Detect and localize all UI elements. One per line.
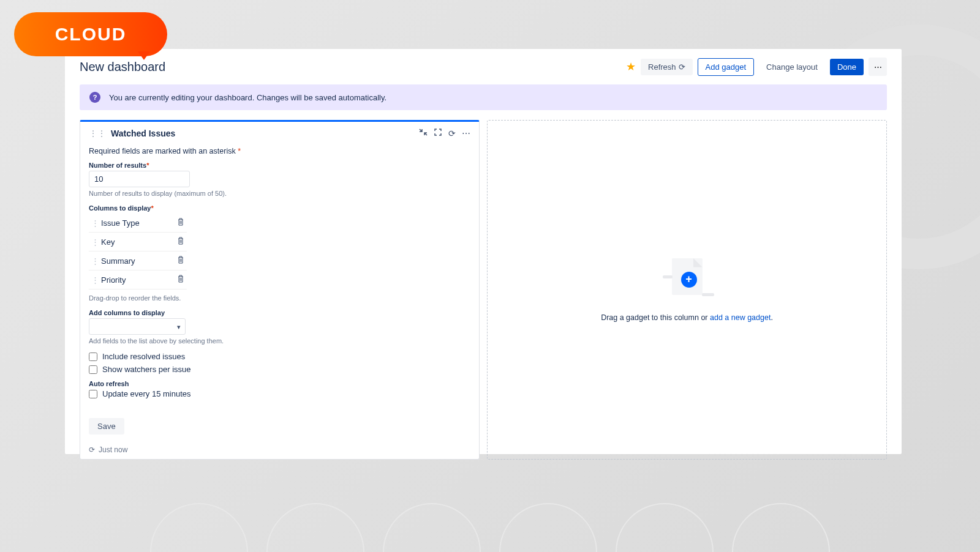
footer-status-text: Just now xyxy=(99,446,127,454)
header-actions: ★ Refresh ⟳ Add gadget Change layout Don… xyxy=(626,58,887,76)
gadget-header: ⋮⋮ Watched Issues ⟳ ⋯ xyxy=(80,122,479,144)
auto-refresh-field: Auto refresh Update every 15 minutes xyxy=(89,380,470,398)
columns-help: Drag-drop to reorder the fields. xyxy=(89,294,470,302)
more-actions-button[interactable]: ⋯ xyxy=(869,58,887,76)
show-watchers-row: Show watchers per issue xyxy=(89,365,470,374)
required-hint: Required fields are marked with an aster… xyxy=(89,147,470,155)
background-circles xyxy=(0,503,980,552)
include-resolved-label[interactable]: Include resolved issues xyxy=(102,352,185,361)
update-every-checkbox[interactable] xyxy=(89,390,97,398)
number-of-results-field: Number of results* Number of results to … xyxy=(89,162,470,197)
dashboard-columns: ⋮⋮ Watched Issues ⟳ ⋯ Required fields a xyxy=(80,120,887,460)
columns-to-display-field: Columns to display* ⋮ Issue Type xyxy=(89,204,470,302)
drag-handle-icon[interactable]: ⋮ xyxy=(91,256,96,266)
trash-icon[interactable] xyxy=(177,218,184,228)
show-watchers-checkbox[interactable] xyxy=(89,365,97,374)
include-resolved-checkbox[interactable] xyxy=(89,352,97,361)
column-name: Key xyxy=(101,237,115,247)
gadget-title: Watched Issues xyxy=(111,129,175,138)
drag-handle-icon[interactable]: ⋮⋮ xyxy=(89,129,106,138)
column-item[interactable]: ⋮ Issue Type xyxy=(89,214,187,233)
more-icon: ⋯ xyxy=(874,62,882,72)
refresh-status-icon: ⟳ xyxy=(89,446,95,454)
gadget-more-icon[interactable]: ⋯ xyxy=(462,129,470,138)
gadget-card-watched-issues: ⋮⋮ Watched Issues ⟳ ⋯ Required fields a xyxy=(80,120,480,460)
column-name: Summary xyxy=(101,256,135,266)
asterisk: * xyxy=(238,147,241,155)
include-resolved-row: Include resolved issues xyxy=(89,352,470,361)
drag-handle-icon[interactable]: ⋮ xyxy=(91,218,96,228)
trash-icon[interactable] xyxy=(177,275,184,285)
refresh-button[interactable]: Refresh ⟳ xyxy=(641,59,693,75)
column-name: Issue Type xyxy=(101,218,140,228)
info-banner: ? You are currently editing your dashboa… xyxy=(80,84,887,110)
add-columns-help: Add fields to the list above by selectin… xyxy=(89,337,470,345)
gadget-footer: ⟳ Just now xyxy=(80,441,479,459)
cloud-badge-label: CLOUD xyxy=(55,24,127,45)
done-button[interactable]: Done xyxy=(830,59,864,75)
drag-handle-icon[interactable]: ⋮ xyxy=(91,237,96,247)
change-layout-button[interactable]: Change layout xyxy=(759,59,825,75)
columns-to-display-label: Columns to display* xyxy=(89,204,470,212)
drag-handle-icon[interactable]: ⋮ xyxy=(91,275,96,285)
auto-refresh-label: Auto refresh xyxy=(89,380,470,387)
dropzone-text: Drag a gadget to this column or add a ne… xyxy=(601,313,773,322)
gadget-dropzone[interactable]: + Drag a gadget to this column or add a … xyxy=(487,120,887,460)
minimize-icon[interactable] xyxy=(419,128,428,138)
add-columns-field: Add columns to display Add fields to the… xyxy=(89,309,470,345)
update-every-label[interactable]: Update every 15 minutes xyxy=(102,389,191,398)
trash-icon[interactable] xyxy=(177,237,184,247)
gadget-actions: ⟳ ⋯ xyxy=(419,128,470,138)
refresh-icon: ⟳ xyxy=(679,62,685,72)
column-item[interactable]: ⋮ Key xyxy=(89,233,187,252)
add-new-gadget-link[interactable]: add a new gadget xyxy=(710,313,771,322)
save-button[interactable]: Save xyxy=(89,418,124,435)
column-name: Priority xyxy=(101,275,126,285)
gadget-body: Required fields are marked with an aster… xyxy=(80,144,479,441)
refresh-gadget-icon[interactable]: ⟳ xyxy=(448,129,456,138)
cloud-badge: CLOUD xyxy=(14,12,167,56)
gadget-title-wrap: ⋮⋮ Watched Issues xyxy=(89,129,175,138)
column-item[interactable]: ⋮ Summary xyxy=(89,252,187,270)
maximize-icon[interactable] xyxy=(434,128,442,138)
add-columns-select[interactable] xyxy=(89,318,186,335)
number-of-results-input[interactable] xyxy=(89,171,190,187)
dropzone-illustration: + xyxy=(663,258,712,301)
number-of-results-label: Number of results* xyxy=(89,162,470,169)
trash-icon[interactable] xyxy=(177,256,184,266)
add-columns-label: Add columns to display xyxy=(89,309,470,316)
app-window: New dashboard ★ Refresh ⟳ Add gadget Cha… xyxy=(65,49,902,454)
plus-icon: + xyxy=(681,272,697,288)
show-watchers-label[interactable]: Show watchers per issue xyxy=(102,365,191,374)
info-icon: ? xyxy=(89,92,100,103)
column-item[interactable]: ⋮ Priority xyxy=(89,270,187,289)
page-title: New dashboard xyxy=(80,60,165,74)
add-gadget-button[interactable]: Add gadget xyxy=(698,58,755,76)
star-icon[interactable]: ★ xyxy=(626,60,636,73)
number-of-results-help: Number of results to display (maximum of… xyxy=(89,190,470,197)
info-text: You are currently editing your dashboard… xyxy=(109,93,386,102)
refresh-label: Refresh xyxy=(648,62,676,72)
header: New dashboard ★ Refresh ⟳ Add gadget Cha… xyxy=(80,58,887,76)
